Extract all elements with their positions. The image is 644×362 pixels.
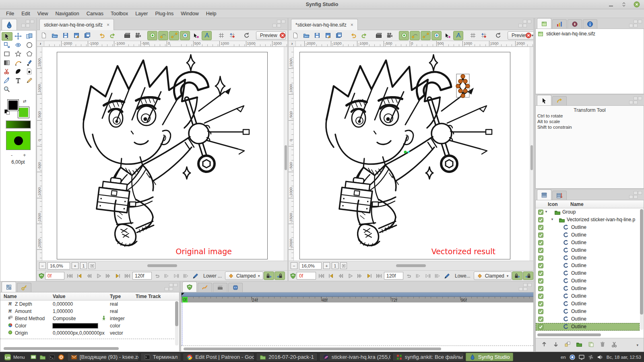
tool-defaults-tab[interactable] (552, 96, 567, 105)
toggle-grid-snap-button[interactable] (479, 31, 489, 40)
new-layer-button[interactable] (564, 341, 571, 349)
end-time-field[interactable] (132, 272, 152, 280)
taskbar-task[interactable]: synfig.ankit: Все файлы - gitk (392, 353, 464, 361)
layer-raise-button[interactable] (541, 341, 547, 349)
layer-row[interactable]: Outline (536, 292, 640, 300)
show-radius-handles-toggle[interactable] (431, 31, 442, 40)
menu-toolbox[interactable]: Toolbox (107, 11, 132, 16)
zoom-in-button[interactable]: + (323, 262, 330, 269)
onion-skin-button[interactable] (285, 272, 287, 280)
zoom-out-button[interactable]: − (291, 262, 297, 269)
new-document-button[interactable] (39, 31, 49, 40)
layer-visible-checkbox[interactable] (538, 255, 543, 262)
menu-layer[interactable]: Layer (132, 11, 151, 16)
library-item[interactable]: sticker-ivan-hq-line.sifz (536, 29, 644, 39)
show-tangent-handles-toggle[interactable] (169, 31, 179, 40)
canvas-close-button[interactable] (279, 32, 286, 40)
params-tab[interactable] (2, 282, 16, 292)
layer-row[interactable]: Outline (536, 277, 640, 285)
ink-tool-button[interactable] (24, 59, 35, 67)
tab-close-icon[interactable]: × (107, 22, 109, 28)
params-hscrollbar[interactable] (4, 347, 119, 350)
param-row[interactable]: πZ Depth0,000000real (0, 300, 174, 308)
zoom-in-button[interactable]: + (72, 262, 78, 269)
layer-visible-checkbox[interactable] (538, 240, 543, 247)
layer-visible-checkbox[interactable] (538, 217, 543, 224)
save-button[interactable] (312, 31, 322, 40)
menu-window[interactable]: Window (177, 11, 202, 16)
play-button[interactable] (94, 272, 103, 280)
bounds-out-button[interactable] (433, 272, 442, 280)
param-value[interactable]: Composite (53, 316, 76, 321)
layers-tab[interactable] (537, 189, 551, 200)
layer-visible-checkbox[interactable] (538, 278, 543, 285)
param-value[interactable]: 0,000000 (53, 301, 73, 307)
layer-row[interactable]: Outline (536, 300, 640, 308)
toggle-grid-button[interactable] (216, 31, 226, 40)
canvas-tab[interactable]: *sticker-ivan-hq-line.sifz × (291, 19, 358, 30)
layers-depth-tab[interactable] (552, 191, 567, 200)
zoom-100-button[interactable]: 1 (80, 262, 87, 269)
layer-lower-button[interactable] (553, 341, 559, 349)
spline-tool-button[interactable] (13, 59, 24, 67)
interpolation-select[interactable]: Clamped▾ (474, 272, 512, 280)
layer-row[interactable]: Outline (536, 269, 640, 277)
time-ruler[interactable]: 0f24f48f72f96f (181, 297, 533, 302)
menu-edit[interactable]: Edit (18, 11, 34, 16)
show-width-handles-toggle[interactable] (442, 31, 452, 40)
ruler-expander[interactable]: › (289, 41, 296, 47)
layer-visible-checkbox[interactable] (538, 232, 543, 239)
preview-render-button[interactable] (133, 31, 143, 40)
width-decrease-button[interactable]: - (11, 152, 12, 158)
layer-row[interactable]: Outline (536, 308, 640, 315)
save-as-button[interactable] (71, 31, 81, 40)
taskbar-task[interactable]: Synfig Studio (466, 353, 514, 361)
layer-row[interactable]: Outline (536, 323, 640, 331)
layers-hscrollbar[interactable] (537, 333, 637, 336)
menu-plugins[interactable]: Plug-Ins (151, 11, 177, 16)
sketch-tool-button[interactable] (24, 76, 35, 85)
cutout-tool-button[interactable] (2, 68, 12, 76)
menu-help[interactable]: Help (202, 11, 220, 16)
menu-navigation[interactable]: Navigation (52, 11, 83, 16)
width-tool-button[interactable] (13, 41, 24, 49)
tray-fan-icon[interactable] (588, 354, 594, 360)
redo-button[interactable] (359, 31, 369, 40)
polygon-tool-button[interactable] (24, 50, 35, 58)
layer-visible-checkbox[interactable] (538, 248, 543, 254)
default-gradient-swatch[interactable] (6, 121, 31, 128)
rectangle-tool-button[interactable] (2, 50, 12, 58)
lock-past-keyframe-button[interactable] (512, 272, 522, 280)
zoom-out-button[interactable]: − (39, 262, 46, 269)
layer-row[interactable]: Outline (536, 224, 640, 231)
layer-row[interactable]: ▼Group (536, 208, 640, 216)
current-time-field[interactable] (297, 272, 316, 280)
lock-future-keyframe-button[interactable] (523, 272, 533, 280)
show-angle-handles-toggle[interactable] (453, 31, 463, 40)
canvas-tab[interactable]: sticker-ivan-hq-line-orig.sifz × (39, 19, 114, 30)
duplicate-layer-button[interactable] (588, 341, 594, 349)
seek-next-frame-button[interactable] (355, 272, 364, 280)
bounds-in-button[interactable] (171, 272, 181, 280)
render-button[interactable] (122, 31, 132, 40)
bounds-in-button[interactable] (423, 272, 432, 280)
expander-icon[interactable]: ▼ (545, 210, 548, 214)
animate-mode-button[interactable] (442, 272, 452, 280)
keyboard-layout-indicator[interactable]: en (561, 355, 566, 360)
library-info-tab[interactable] (583, 19, 597, 29)
tab-close-icon[interactable]: × (351, 22, 353, 28)
seek-next-frame-button[interactable] (103, 272, 113, 280)
children-tab[interactable] (228, 283, 243, 292)
viewport-vscrollbar[interactable] (530, 47, 533, 261)
param-row[interactable]: πAmount1,000000real (0, 308, 174, 315)
taskbar-task[interactable]: 2016-07-20-pack-1 (256, 353, 318, 361)
lock-future-keyframe-button[interactable] (275, 272, 285, 280)
show-position-handles-toggle[interactable] (399, 31, 409, 40)
param-value[interactable]: 1,000000 (53, 309, 73, 314)
layer-row[interactable]: ▼Vectorized sticker-ivan-hq-line.p (536, 216, 640, 224)
layer-visible-checkbox[interactable] (538, 210, 543, 216)
toolbox-tab[interactable] (2, 19, 17, 30)
zoom-level-field[interactable] (47, 262, 70, 269)
time-cursor[interactable] (182, 302, 182, 346)
canvas-viewport[interactable]: Vectorized result (294, 47, 533, 261)
